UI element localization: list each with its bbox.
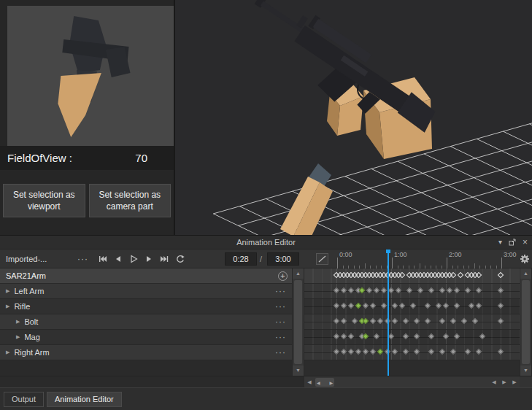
keyframe[interactable] (348, 333, 354, 339)
keyframe[interactable] (334, 318, 339, 324)
track-menu-button[interactable]: ··· (275, 286, 286, 296)
track-row[interactable]: ▶Mag··· (0, 330, 292, 345)
keyframe[interactable] (341, 318, 347, 324)
current-time-input[interactable]: 0:28 (225, 252, 257, 266)
keyframe[interactable] (428, 349, 434, 355)
zoom-handle-right[interactable]: ▶ (329, 380, 333, 385)
keyframe[interactable] (443, 303, 449, 309)
root-track-row[interactable]: SAR21Arm + (0, 268, 292, 284)
keyframe[interactable] (414, 333, 420, 339)
keyframe[interactable] (334, 303, 339, 309)
keyframe[interactable] (334, 287, 339, 293)
keyframe-row[interactable] (304, 299, 520, 314)
viewport-3d[interactable] (175, 0, 532, 235)
track-row[interactable]: ▶Rifle··· (0, 299, 292, 314)
timeline-ruler[interactable]: 0:001:002:003:00 (304, 250, 520, 268)
curve-editor-toggle[interactable] (316, 253, 328, 265)
keyframe[interactable] (454, 287, 460, 293)
set-selection-as-camera-part-button[interactable]: Set selection as camera part (89, 184, 171, 217)
keyframe[interactable] (410, 303, 416, 309)
scroll-page-left-button[interactable]: ◀ (489, 376, 499, 388)
keyframe[interactable] (498, 287, 504, 293)
keyframe[interactable] (363, 318, 369, 324)
summary-keyframe[interactable] (450, 272, 456, 278)
add-track-button[interactable]: + (278, 271, 288, 281)
play-button[interactable] (128, 254, 139, 264)
keyframe[interactable] (381, 303, 387, 309)
playhead-ruler-marker[interactable] (388, 250, 389, 268)
keyframe[interactable] (498, 303, 504, 309)
scroll-page-right-button[interactable]: ▶ (499, 376, 509, 388)
h-scroll-thumb[interactable]: ◀ ▶ (315, 378, 334, 387)
summary-keyframe[interactable] (498, 272, 504, 278)
keyframe[interactable] (417, 287, 423, 293)
keyframe[interactable] (399, 303, 405, 309)
track-menu-button[interactable]: ··· (275, 301, 286, 312)
track-list-scrollbar[interactable]: ▲ ▼ (292, 268, 304, 376)
panel-titlebar[interactable]: Animation Editor ▾ × (0, 236, 532, 250)
step-forward-button[interactable] (144, 254, 154, 264)
playhead[interactable] (388, 268, 389, 376)
keyframe[interactable] (447, 287, 452, 293)
keyframe[interactable] (334, 349, 339, 355)
keyframe[interactable] (454, 333, 460, 339)
keyframe[interactable] (403, 349, 409, 355)
keyframe[interactable] (355, 349, 361, 355)
summary-keyframe-row[interactable] (304, 268, 520, 284)
skip-to-end-button[interactable] (159, 254, 169, 264)
keyframe[interactable] (392, 349, 398, 355)
keyframe[interactable] (359, 287, 365, 293)
keyframe[interactable] (370, 318, 376, 324)
keyframe[interactable] (348, 287, 354, 293)
keyframe[interactable] (443, 333, 449, 339)
keyframe[interactable] (476, 349, 482, 355)
keyframe[interactable] (465, 287, 471, 293)
keyframe[interactable] (341, 349, 347, 355)
timeline-scrollbar[interactable]: ▲ ▼ (520, 268, 532, 376)
keyframe[interactable] (425, 318, 431, 324)
keyframe[interactable] (334, 333, 339, 339)
keyframe[interactable] (348, 349, 354, 355)
keyframe[interactable] (388, 333, 394, 339)
tab-output[interactable]: Output (4, 392, 44, 407)
summary-keyframe[interactable] (399, 272, 405, 278)
track-row[interactable]: ▶Left Arm··· (0, 284, 292, 299)
summary-keyframe[interactable] (458, 272, 463, 278)
track-menu-button[interactable]: ··· (275, 347, 286, 357)
keyframe[interactable] (428, 333, 434, 339)
keyframe[interactable] (436, 303, 442, 309)
keyframe[interactable] (498, 318, 504, 324)
keyframe-row[interactable] (304, 345, 520, 360)
keyframe[interactable] (414, 349, 420, 355)
keyframe[interactable] (363, 333, 369, 339)
keyframe[interactable] (396, 287, 401, 293)
scroll-up-button[interactable]: ▲ (520, 268, 531, 279)
track-menu-button[interactable]: ··· (275, 317, 286, 327)
timeline-area[interactable] (304, 268, 520, 376)
keyframe[interactable] (363, 349, 369, 355)
keyframe[interactable] (403, 318, 409, 324)
keyframe[interactable] (355, 303, 361, 309)
timeline-h-scrollbar[interactable]: ◀ ◀ ▶ ◀ ▶ ▶ (304, 376, 520, 388)
keyframe[interactable] (439, 349, 445, 355)
track-row[interactable]: ▶Bolt··· (0, 314, 292, 330)
scroll-left-button[interactable]: ◀ (304, 376, 315, 388)
keyframe[interactable] (388, 287, 394, 293)
expander-icon[interactable]: ▶ (6, 303, 9, 309)
zoom-handle-left[interactable]: ◀ (317, 380, 320, 385)
keyframe[interactable] (428, 287, 434, 293)
summary-keyframe[interactable] (476, 272, 482, 278)
close-icon[interactable]: × (523, 238, 528, 247)
keyframe[interactable] (461, 318, 467, 324)
keyframe-row[interactable] (304, 314, 520, 330)
keyframe[interactable] (479, 333, 485, 339)
keyframe[interactable] (469, 303, 474, 309)
chevron-down-icon[interactable]: ▾ (498, 239, 502, 246)
v-scroll-thumb[interactable] (522, 280, 530, 364)
keyframe[interactable] (450, 349, 456, 355)
keyframe[interactable] (341, 333, 347, 339)
total-time-input[interactable]: 3:00 (267, 252, 299, 266)
keyframe[interactable] (425, 303, 431, 309)
animation-name-dropdown[interactable]: Imported-... (6, 250, 47, 268)
keyframe[interactable] (370, 303, 376, 309)
